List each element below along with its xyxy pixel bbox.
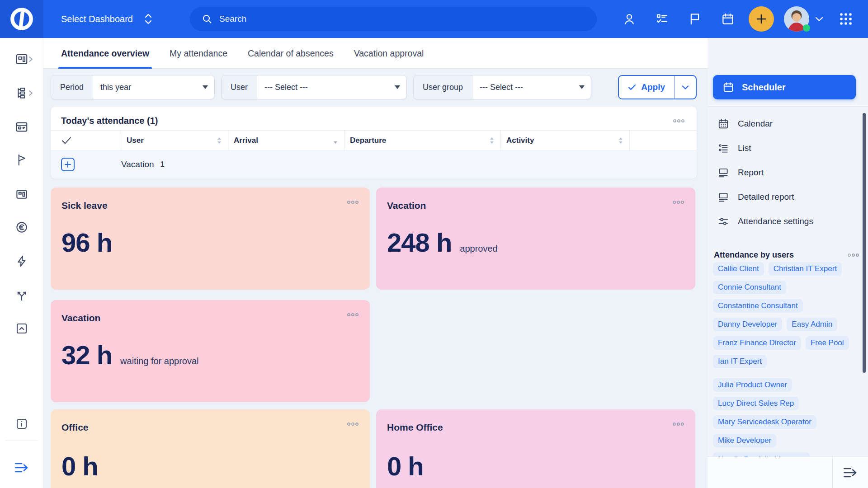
apply-button[interactable]: Apply <box>619 76 675 99</box>
apps-launcher[interactable] <box>835 0 856 38</box>
column-activity[interactable]: Activity <box>501 131 630 150</box>
menu-item-attendance-settings[interactable]: Attendance settings <box>713 209 858 234</box>
user-chip[interactable]: Franz Finance Director <box>713 336 801 350</box>
user-chip[interactable]: Free Pool <box>806 336 849 350</box>
flag-icon <box>688 12 702 26</box>
sidebar-item-info[interactable] <box>15 417 28 431</box>
sidebar-item-widgets[interactable] <box>15 188 28 201</box>
column-actions <box>630 131 697 150</box>
user-avatar[interactable] <box>784 6 809 32</box>
chevron-right-icon[interactable] <box>28 89 34 97</box>
column-select-all[interactable] <box>51 131 121 150</box>
search-icon <box>202 14 212 24</box>
info-icon <box>15 417 28 431</box>
unfold-chevrons-icon <box>144 13 153 25</box>
user-group-select-value: --- Select --- <box>480 83 523 92</box>
apply-options-button[interactable] <box>675 76 696 99</box>
tab-vacation-approval[interactable]: Vacation approval <box>354 38 424 69</box>
panel-scrollbar[interactable] <box>863 113 866 373</box>
card-title: Sick leave <box>61 200 108 211</box>
avatar-menu-toggle[interactable] <box>811 0 827 38</box>
tab-label: Calendar of absences <box>248 48 334 59</box>
card-title: Home Office <box>387 422 443 433</box>
kebab-menu-icon[interactable] <box>347 313 359 317</box>
tab-my-attendance[interactable]: My attendance <box>170 38 227 69</box>
user-chip[interactable]: Danny Developer <box>713 318 782 331</box>
menu-item-label: Detailed report <box>738 192 794 202</box>
kebab-menu-icon[interactable] <box>672 200 684 204</box>
calendar-shortcut[interactable] <box>717 0 738 38</box>
online-status-dot <box>803 24 810 32</box>
user-select[interactable]: --- Select --- <box>257 75 406 99</box>
expand-sidebar-button[interactable] <box>14 461 30 474</box>
tree-icon <box>15 86 28 100</box>
sidebar-item-workflows[interactable] <box>15 288 28 302</box>
column-arrival[interactable]: Arrival <box>228 131 344 150</box>
user-chip[interactable]: Mary Servicedesk Operator <box>713 415 816 429</box>
tab-bar: Attendance overview My attendance Calend… <box>43 38 708 69</box>
sidebar-item-milestones[interactable] <box>15 153 28 167</box>
tab-calendar-of-absences[interactable]: Calendar of absences <box>248 38 334 69</box>
user-chip[interactable]: Connie Consultant <box>713 281 786 294</box>
row-activity-count: 1 <box>160 160 165 169</box>
table-row[interactable]: Vacation 1 <box>51 151 697 178</box>
panel-divider <box>708 106 868 107</box>
menu-item-report[interactable]: Report <box>713 160 858 185</box>
menu-item-label: Report <box>738 168 764 178</box>
attendance-by-users-header: Attendance by users <box>714 250 859 260</box>
chevron-right-icon[interactable] <box>28 56 34 63</box>
widgets-icon <box>15 188 28 201</box>
expand-row-button[interactable] <box>61 158 75 171</box>
user-chip[interactable]: Callie Client <box>713 262 764 276</box>
user-filter-label: User <box>222 75 257 99</box>
sidebar-item-automation[interactable] <box>15 254 28 268</box>
sort-icon <box>217 137 222 144</box>
list-icon <box>717 142 729 154</box>
expand-panel-icon <box>842 466 859 479</box>
kebab-menu-icon[interactable] <box>672 422 684 426</box>
column-label: Arrival <box>234 136 258 145</box>
menu-item-calendar[interactable]: Calendar <box>713 112 858 136</box>
tab-attendance-overview[interactable]: Attendance overview <box>61 38 149 69</box>
menu-item-list[interactable]: List <box>713 136 858 160</box>
kebab-menu-icon[interactable] <box>347 200 359 204</box>
profile-shortcut[interactable] <box>619 0 640 38</box>
user-chip[interactable]: Julia Product Owner <box>713 378 792 392</box>
menu-item-detailed-report[interactable]: Detailed report <box>713 185 858 209</box>
user-group-select[interactable]: --- Select --- <box>472 75 591 99</box>
search-input[interactable] <box>219 14 585 24</box>
menu-item-label: Attendance settings <box>738 216 813 226</box>
flag-shortcut[interactable] <box>684 0 705 38</box>
sidebar-item-projects[interactable] <box>15 120 28 134</box>
user-chip[interactable]: Mike Developer <box>713 434 776 447</box>
menu-item-label: Calendar <box>738 119 773 129</box>
kebab-menu-icon[interactable] <box>847 253 859 257</box>
user-chip[interactable]: Constantine Consultant <box>713 299 803 313</box>
card-note: waiting for approval <box>120 356 198 366</box>
app-logo[interactable] <box>0 0 43 38</box>
sidebar-item-archive[interactable] <box>15 322 28 335</box>
apply-button-label: Apply <box>641 82 665 92</box>
add-button[interactable] <box>749 6 774 32</box>
kebab-menu-icon[interactable] <box>673 119 685 123</box>
user-chip[interactable]: Christian IT Expert <box>769 262 842 276</box>
user-chip[interactable]: Lucy Direct Sales Rep <box>713 397 799 410</box>
sidebar-item-structure[interactable] <box>15 86 28 100</box>
window-icon <box>15 120 28 134</box>
dashboard-selector[interactable]: Select Dashboard <box>61 0 153 38</box>
column-user[interactable]: User <box>121 131 228 150</box>
user-chip[interactable]: Ian IT Expert <box>713 355 767 368</box>
tab-label: Vacation approval <box>354 48 424 59</box>
user-chip[interactable]: Easy Admin <box>787 318 837 331</box>
kebab-menu-icon[interactable] <box>347 422 359 426</box>
tasks-shortcut[interactable] <box>651 0 672 38</box>
tab-label: My attendance <box>170 48 227 59</box>
search-bar[interactable] <box>190 7 597 31</box>
collapse-panel-button[interactable] <box>832 457 868 488</box>
sidebar-item-dashboards[interactable] <box>15 52 28 66</box>
scheduler-button[interactable]: Scheduler <box>713 75 856 99</box>
check-icon <box>628 84 636 90</box>
column-departure[interactable]: Departure <box>344 131 501 150</box>
sidebar-item-finance[interactable] <box>15 221 28 234</box>
period-select[interactable]: this year <box>93 75 214 99</box>
